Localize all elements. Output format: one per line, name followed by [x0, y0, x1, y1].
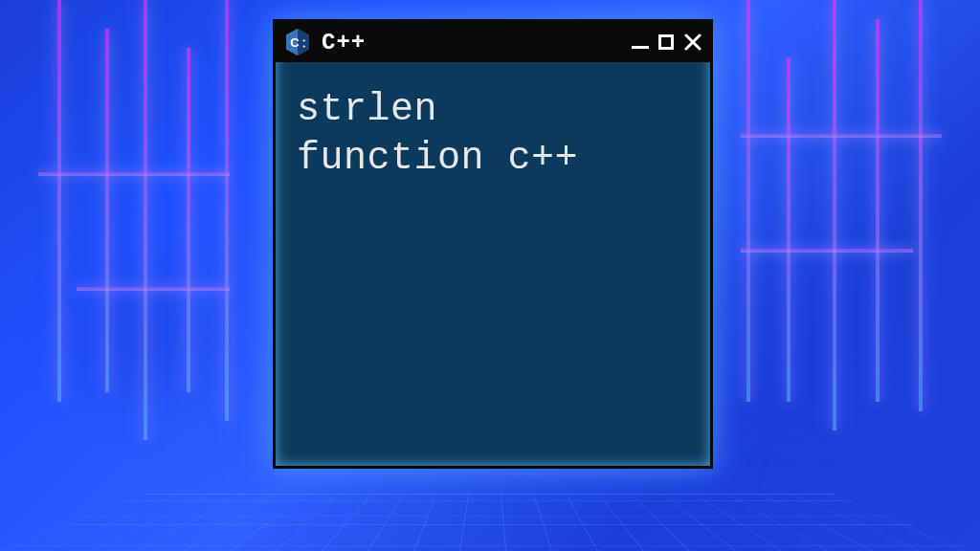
terminal-window: C + + C++ strlen function c++: [273, 19, 713, 469]
window-title: C++: [322, 30, 622, 55]
titlebar[interactable]: C + + C++: [276, 22, 710, 62]
maximize-button[interactable]: [658, 34, 674, 50]
circuit-line: [833, 0, 836, 430]
maximize-icon: [658, 34, 674, 50]
window-body: strlen function c++: [276, 62, 710, 466]
grid-floor: [0, 494, 980, 551]
window-controls: [632, 33, 702, 52]
circuit-line: [187, 48, 190, 392]
circuit-line: [876, 19, 880, 402]
code-text: strlen function c++: [297, 85, 689, 183]
circuit-line: [38, 172, 230, 176]
minimize-icon: [632, 46, 649, 49]
svg-text:C: C: [290, 35, 300, 50]
circuit-line: [105, 29, 109, 392]
circuit-line: [741, 134, 942, 138]
minimize-button[interactable]: [632, 36, 649, 49]
circuit-line: [746, 0, 750, 402]
circuit-line: [77, 287, 230, 291]
circuit-line: [787, 57, 791, 402]
cpp-logo-icon: C + +: [283, 28, 312, 56]
circuit-line: [741, 249, 913, 253]
close-button[interactable]: [683, 33, 702, 52]
circuit-line: [919, 0, 923, 411]
svg-text:+: +: [302, 43, 306, 49]
circuit-line: [57, 0, 61, 402]
circuit-line: [144, 0, 147, 440]
circuit-line: [225, 0, 229, 421]
close-icon: [683, 33, 702, 52]
